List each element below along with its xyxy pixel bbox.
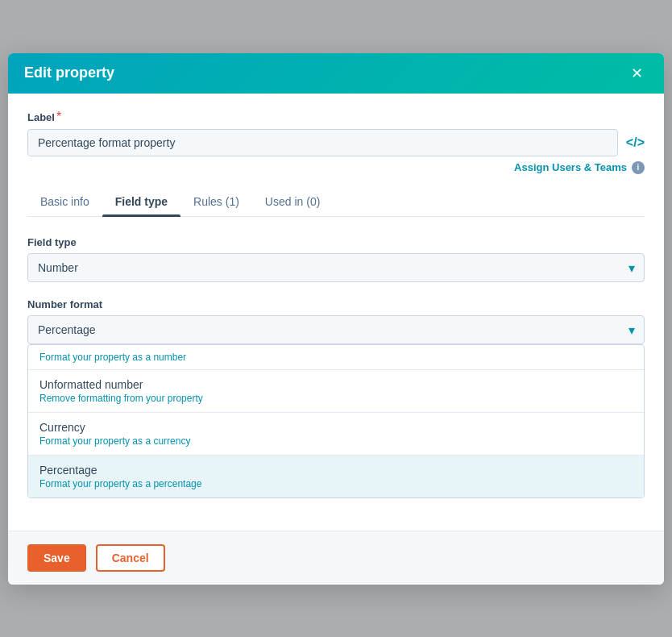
label-input[interactable]: [27, 129, 618, 156]
code-icon[interactable]: </>: [626, 135, 645, 150]
modal: Edit property ✕ Label* </> Assign Users …: [8, 53, 664, 585]
dropdown-item-unformatted-title: Unformatted number: [39, 378, 633, 391]
input-row: </>: [27, 129, 645, 156]
tabs-container: Basic info Field type Rules (1) Used in …: [27, 187, 645, 217]
label-row: Label*: [27, 110, 645, 124]
close-button[interactable]: ✕: [626, 65, 648, 82]
number-format-section: Number format Percentage ▾ Format your p…: [27, 298, 645, 498]
dropdown-item-unformatted-desc: Remove formatting from your property: [39, 393, 633, 404]
info-icon[interactable]: i: [632, 161, 645, 174]
number-format-label: Number format: [27, 298, 645, 310]
field-type-select[interactable]: Number: [27, 253, 645, 282]
dropdown-item-currency[interactable]: Currency Format your property as a curre…: [28, 413, 644, 456]
field-type-label: Field type: [27, 236, 645, 248]
dropdown-item-unformatted[interactable]: Unformatted number Remove formatting fro…: [28, 370, 644, 413]
dropdown-item-percentage-title: Percentage: [39, 464, 633, 477]
assign-users-link[interactable]: Assign Users & Teams: [514, 161, 627, 173]
label-field-label: Label: [27, 111, 55, 123]
save-button[interactable]: Save: [27, 544, 86, 572]
number-format-dropdown-list: Format your property as a number Unforma…: [27, 344, 645, 498]
field-type-section: Field type Number ▾: [27, 236, 645, 282]
dropdown-item-currency-title: Currency: [39, 421, 633, 434]
dropdown-item-currency-desc: Format your property as a currency: [39, 435, 633, 447]
modal-title: Edit property: [24, 65, 114, 81]
modal-overlay: Edit property ✕ Label* </> Assign Users …: [0, 0, 672, 637]
tab-basic-info[interactable]: Basic info: [27, 187, 102, 216]
assign-link-row: Assign Users & Teams i: [27, 161, 645, 174]
label-required: *: [56, 110, 61, 123]
modal-header: Edit property ✕: [8, 53, 664, 94]
dropdown-hint: Format your property as a number: [28, 345, 644, 370]
modal-footer: Save Cancel: [8, 531, 664, 585]
number-format-select[interactable]: Percentage: [27, 315, 645, 344]
tab-used-in[interactable]: Used in (0): [252, 187, 333, 216]
field-type-select-wrapper: Number ▾: [27, 253, 645, 282]
tab-field-type[interactable]: Field type: [102, 187, 180, 216]
dropdown-item-percentage-desc: Format your property as a percentage: [39, 478, 633, 489]
tab-rules[interactable]: Rules (1): [180, 187, 252, 216]
modal-body: Label* </> Assign Users & Teams i Basic …: [8, 94, 664, 514]
dropdown-item-percentage[interactable]: Percentage Format your property as a per…: [28, 456, 644, 498]
cancel-button[interactable]: Cancel: [96, 544, 165, 572]
number-format-select-wrapper: Percentage ▾: [27, 315, 645, 344]
